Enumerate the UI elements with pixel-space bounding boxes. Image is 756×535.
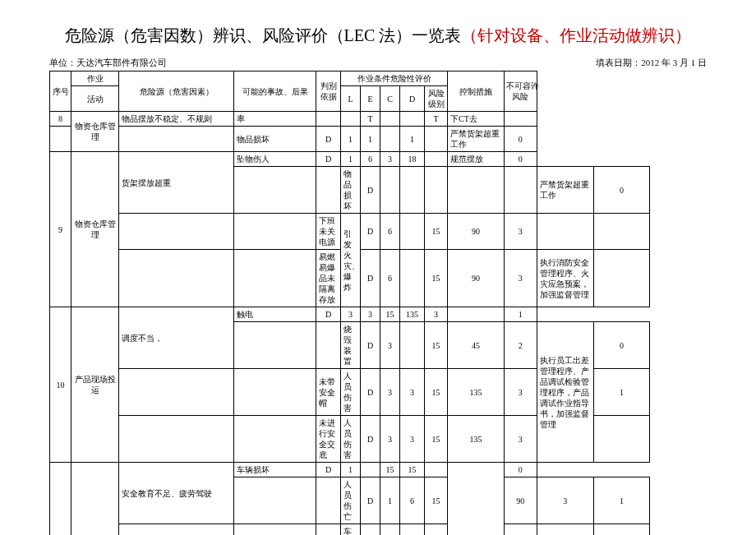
cell-risk: 1	[593, 477, 650, 524]
cell-haz: 调度不当，	[119, 307, 234, 369]
table-row: 未带安全帽人员伤害D331513531	[50, 369, 707, 416]
cell-l: 3	[341, 307, 361, 322]
cell-lv	[425, 463, 448, 477]
cell-e	[400, 250, 425, 307]
cell-d: 135	[400, 307, 425, 322]
cell-b: D	[361, 250, 380, 307]
cell-l: 1	[380, 477, 400, 524]
cell-idx: 8	[50, 112, 71, 127]
cell-l: 3	[380, 322, 400, 369]
cell-lv: T	[425, 112, 448, 127]
cell-risk: 0	[504, 463, 537, 477]
cell-d: 90	[448, 214, 505, 250]
cell-haz: 安全教育不足、疲劳驾驶	[119, 463, 234, 524]
cell-b	[316, 112, 341, 127]
table-row: 下班未关电源引发火灾、爆炸D615903	[50, 214, 707, 250]
cell-d: 90	[504, 477, 537, 524]
cell-ctrl	[448, 463, 505, 536]
cell-risk	[593, 214, 650, 250]
cell-l	[341, 112, 361, 127]
title-main: 危险源（危害因数）辨识、风险评价（LEC 法）一览表	[65, 26, 462, 44]
cell-acc: 车辆损坏	[341, 524, 361, 536]
cell-c	[425, 524, 448, 536]
cell-ctrl: 规范摆放	[448, 152, 505, 167]
table-row: 10产品现场投运调度不当，触电D331513531	[50, 307, 707, 322]
cell-idx	[119, 416, 234, 463]
cell-acc: 人员伤害	[341, 369, 361, 416]
cell-risk: 0	[593, 322, 650, 369]
cell-c: 15	[380, 307, 400, 322]
cell-e: 3	[361, 307, 380, 322]
cell-e: 6	[400, 477, 425, 524]
cell-ctrl: 执行消防安全管理程序、火灾应急预案，加强监督管理	[537, 250, 593, 307]
th-D: D	[400, 86, 425, 112]
cell-acc: 引发火灾、爆炸	[341, 214, 361, 307]
meta-line: 单位：天达汽车部件有限公司 填表日期：2012 年 3 月 1 日	[49, 57, 707, 69]
cell-l: 1	[341, 463, 361, 477]
cell-e	[400, 322, 425, 369]
cell-acc: 坠物伤人	[234, 152, 316, 167]
cell-acc: 触电	[234, 307, 316, 322]
cell-lv	[425, 127, 448, 152]
cell-lv: 3	[537, 477, 593, 524]
cell-ctrl: 执行员工出差管理程序、产品调试检验管理程序，产品调试作业指导书，加强监督管理	[537, 322, 593, 463]
table-row: 9物资仓库管理货架摆放超重坠物伤人D16318规范摆放0	[50, 152, 707, 167]
cell-lv: 3	[504, 214, 537, 250]
cell-idx	[50, 127, 71, 152]
cell-c: 15	[425, 322, 448, 369]
table-row: 易燃易爆品未隔离存放D615903执行消防安全管理程序、火灾应急预案，加强监督管…	[50, 250, 707, 307]
cell-c: 15	[425, 250, 448, 307]
cell-l: 6	[380, 214, 400, 250]
cell-act	[316, 322, 341, 369]
cell-l: 1	[341, 152, 361, 167]
cell-c: 15	[425, 416, 448, 463]
cell-c: 15	[425, 214, 448, 250]
cell-d: 18	[400, 152, 425, 167]
table-row: 未进行安全交底人员伤害D33151353	[50, 416, 707, 463]
cell-c: 15	[380, 463, 400, 477]
table-row: 超速、酒后驾车车辆损坏C0	[50, 524, 707, 536]
th-cond: 作业条件危险性评价	[341, 71, 448, 86]
cell-e	[400, 214, 425, 250]
cell-acc: 人员伤亡	[341, 477, 361, 524]
cell-l: 1	[341, 127, 361, 152]
cell-act: 物资仓库管理	[71, 112, 119, 152]
cell-idx	[119, 214, 234, 250]
cell-idx: 11	[50, 463, 71, 536]
cell-b: D	[361, 322, 380, 369]
cell-d: 90	[448, 250, 505, 307]
cell-act	[234, 369, 316, 416]
cell-d: 45	[448, 322, 505, 369]
th-hazard: 危险源（危害因素）	[119, 71, 234, 112]
th-idx: 序号	[50, 71, 71, 112]
cell-haz: 未进行安全交底	[316, 416, 341, 463]
cell-l: 3	[380, 369, 400, 416]
cell-ctrl: 严禁货架超重工作	[448, 127, 505, 152]
table-row: 物品损坏D111严禁货架超重工作0	[50, 127, 707, 152]
cell-lv: 2	[504, 322, 537, 369]
cell-c: 3	[380, 152, 400, 167]
cell-acc: 物品损坏	[234, 127, 316, 152]
cell-d	[448, 167, 505, 214]
cell-act: 物资仓库管理	[71, 152, 119, 307]
cell-l: 6	[380, 250, 400, 307]
cell-risk	[593, 250, 650, 307]
cell-c: 15	[425, 477, 448, 524]
cell-risk: 0	[593, 524, 650, 536]
cell-lv	[504, 167, 537, 214]
cell-d: 135	[448, 416, 505, 463]
cell-e: 3	[400, 369, 425, 416]
cell-act: 车辆驾驶	[71, 463, 119, 536]
cell-d: 15	[400, 463, 425, 477]
cell-e: T	[361, 112, 380, 127]
cell-l: 3	[380, 416, 400, 463]
date-label: 填表日期：2012 年 3 月 1 日	[596, 57, 707, 69]
cell-b: D	[316, 127, 341, 152]
th-lvl: 风险 级别	[425, 86, 448, 112]
cell-lv: 3	[425, 307, 448, 322]
cell-e: 6	[361, 152, 380, 167]
table-head: 序号 作业 危险源（危害因素） 可能的事故、后果 判别 依据 作业条件危险性评价…	[50, 71, 707, 112]
cell-lv: 3	[504, 369, 537, 416]
cell-acc: 物品损坏	[341, 167, 361, 214]
cell-l	[380, 167, 400, 214]
